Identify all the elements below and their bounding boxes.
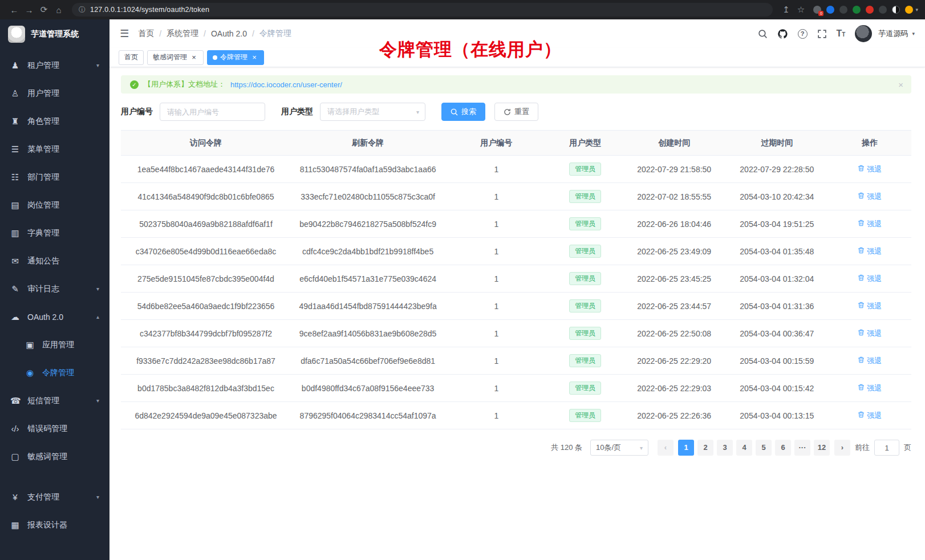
tab-2[interactable]: 令牌管理× [207, 50, 264, 65]
search-button-label: 搜索 [461, 107, 476, 117]
sidebar-item-report[interactable]: ▦报表设计器 [0, 511, 109, 539]
goto-page-input[interactable] [874, 440, 899, 456]
user-id-input[interactable] [160, 103, 265, 121]
user-type-placeholder: 请选择用户类型 [327, 107, 379, 117]
sidebar-item-sms[interactable]: ☎短信管理▾ [0, 387, 109, 415]
sidebar-item-notice[interactable]: ✉通知公告 [0, 247, 109, 275]
page-size-select[interactable]: 10条/页 ▾ [590, 440, 648, 456]
app-logo-row[interactable]: 芋道管理系统 [0, 19, 109, 49]
home-icon[interactable]: ⌂ [51, 5, 66, 15]
fullscreen-icon[interactable] [817, 29, 827, 39]
back-icon[interactable]: ← [7, 5, 22, 15]
success-check-icon: ✓ [130, 80, 139, 89]
search-button[interactable]: 搜索 [441, 103, 485, 121]
trash-icon [858, 329, 865, 338]
expire-time-cell: 2054-03-04 01:32:04 [725, 265, 828, 293]
tab-1[interactable]: 敏感词管理× [147, 50, 204, 65]
browser-profile-avatar[interactable] [905, 6, 913, 14]
sidebar-item-tenant[interactable]: ♟租户管理▾ [0, 51, 109, 79]
extension-icon[interactable] [853, 6, 861, 14]
trash-icon [858, 192, 865, 201]
forward-icon[interactable]: → [22, 5, 36, 15]
extension-icon[interactable]: 0 [813, 6, 821, 14]
pager-page-1[interactable]: 1 [678, 440, 694, 456]
pagination: 共 120 条 10条/页 ▾ ‹ 123456···12 › 前往 页 [121, 440, 911, 469]
puzzle-extension-icon[interactable] [866, 6, 874, 14]
trash-icon [858, 411, 865, 420]
sidebar-fold-icon[interactable]: ☰ [120, 27, 129, 40]
sidebar-item-label: 敏感词管理 [27, 452, 67, 462]
github-icon[interactable] [777, 29, 788, 39]
site-info-icon[interactable]: ⓘ [79, 5, 86, 15]
pager-ellipsis[interactable]: ··· [794, 440, 810, 456]
sidebar-item-oauth-token[interactable]: ◉令牌管理 [0, 359, 109, 387]
tab-0[interactable]: 首页 [119, 50, 144, 65]
breadcrumb-item-system[interactable]: 系统管理 [167, 29, 198, 39]
role-icon: ♜ [10, 116, 20, 127]
search-icon[interactable] [758, 29, 768, 39]
alert-text: 【用户体系】文档地址： [144, 79, 225, 90]
pager-page-5[interactable]: 5 [756, 440, 772, 456]
address-bar[interactable]: ⓘ 127.0.0.1:1024/system/oauth2/token [72, 3, 773, 17]
extension-icon[interactable] [839, 6, 847, 14]
sidebar-item-errcode[interactable]: ‹/›错误码管理 [0, 415, 109, 443]
close-icon[interactable]: × [898, 80, 903, 90]
doc-link[interactable]: https://doc.iocoder.cn/user-center/ [230, 80, 342, 89]
breadcrumb-item-oauth[interactable]: OAuth 2.0 [211, 29, 247, 38]
user-avatar[interactable] [855, 25, 872, 42]
extension-icon[interactable] [879, 6, 887, 14]
user-id-cell: 1 [445, 293, 547, 320]
sidebar-item-sensitive[interactable]: ▢敏感词管理 [0, 443, 109, 470]
force-logout-button[interactable]: 强退 [858, 274, 882, 284]
force-logout-button[interactable]: 强退 [858, 219, 882, 229]
force-logout-button[interactable]: 强退 [858, 164, 882, 175]
force-logout-button[interactable]: 强退 [858, 328, 882, 339]
force-logout-button[interactable]: 强退 [858, 383, 882, 393]
force-logout-button[interactable]: 强退 [858, 192, 882, 202]
close-icon[interactable]: × [250, 54, 258, 62]
refresh-token-cell: 8796295f04064c2983414cc54af1097a [291, 402, 445, 429]
sidebar-item-pay[interactable]: ¥支付管理▾ [0, 483, 109, 511]
sidebar-item-post[interactable]: ▤岗位管理 [0, 191, 109, 219]
sidebar-item-label: 审计日志 [27, 284, 59, 294]
sidebar-item-audit[interactable]: ✎审计日志▾ [0, 275, 109, 303]
font-size-icon[interactable]: TT [837, 29, 846, 39]
reset-button[interactable]: 重置 [494, 103, 538, 121]
pager-page-6[interactable]: 6 [775, 440, 791, 456]
bookmark-star-icon[interactable]: ☆ [793, 5, 808, 15]
close-icon[interactable]: × [190, 54, 198, 62]
force-logout-button[interactable]: 强退 [858, 246, 882, 257]
chevron-down-icon[interactable]: ▾ [915, 7, 918, 13]
breadcrumb-item-home[interactable]: 首页 [138, 29, 154, 39]
sidebar-item-label: 菜单管理 [27, 144, 59, 155]
user-type-select[interactable]: 请选择用户类型 ▾ [320, 103, 425, 121]
help-icon[interactable]: ? [798, 29, 808, 39]
pager-page-12[interactable]: 12 [814, 440, 830, 456]
force-logout-button[interactable]: 强退 [858, 301, 882, 311]
active-tab-dot [213, 55, 217, 60]
pager-page-3[interactable]: 3 [717, 440, 733, 456]
extension-icon[interactable] [892, 6, 900, 14]
force-logout-button[interactable]: 强退 [858, 411, 882, 421]
user-id-cell: 1 [445, 210, 547, 238]
extension-icon[interactable] [826, 6, 834, 14]
sidebar-item-menu[interactable]: ☰菜单管理 [0, 135, 109, 163]
refresh-token-cell: be90422b8c7946218275a508bf524fc9 [291, 210, 445, 238]
sidebar-item-dict[interactable]: ▥字典管理 [0, 219, 109, 247]
share-icon[interactable]: ↥ [778, 5, 793, 15]
tenant-icon: ♟ [10, 60, 20, 71]
created-time-cell: 2022-06-25 22:26:36 [623, 402, 725, 429]
pager-page-4[interactable]: 4 [736, 440, 752, 456]
prev-page-button[interactable]: ‹ [658, 440, 674, 456]
sidebar-item-dept[interactable]: ☷部门管理 [0, 163, 109, 191]
sidebar-item-role[interactable]: ♜角色管理 [0, 107, 109, 135]
sidebar-item-user[interactable]: ♙用户管理 [0, 79, 109, 107]
pager-page-2[interactable]: 2 [697, 440, 713, 456]
next-page-button[interactable]: › [834, 440, 850, 456]
sidebar-item-oauth[interactable]: ☁OAuth 2.0▴ [0, 303, 109, 331]
refresh-icon[interactable]: ⟳ [36, 5, 51, 15]
force-logout-button[interactable]: 强退 [858, 356, 882, 366]
chevron-down-icon: ▾ [912, 31, 915, 36]
user-name[interactable]: 芋道源码 [878, 29, 908, 39]
sidebar-item-oauth-app[interactable]: ▣应用管理 [0, 331, 109, 359]
